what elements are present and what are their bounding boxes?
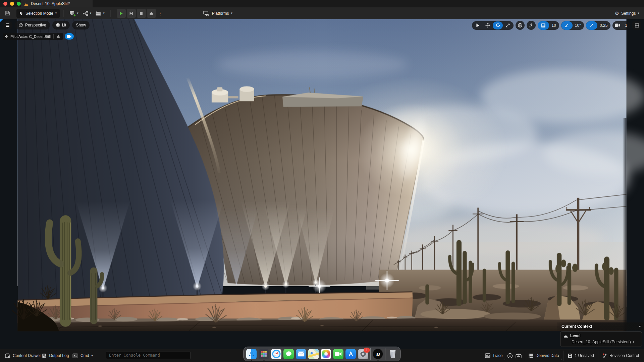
perspective-cube-icon <box>18 23 23 27</box>
world-local-toggle[interactable] <box>516 21 525 30</box>
revision-control-button[interactable]: Revision Control <box>599 349 642 362</box>
eject-pilot-icon[interactable] <box>56 35 60 38</box>
grid-snap-icon <box>538 21 549 30</box>
output-log-label: Output Log <box>49 353 69 358</box>
dock-finder-icon[interactable] <box>246 349 257 359</box>
minimize-window-button[interactable] <box>10 2 14 6</box>
show-flags-dropdown[interactable]: Show <box>72 21 90 29</box>
level-viewport[interactable]: Perspective Lit Show ✈ Pilot Actor: C_De… <box>0 19 644 349</box>
view-mode-dropdown[interactable]: Lit <box>52 21 70 29</box>
console-command-input[interactable] <box>106 352 191 359</box>
dock-photos-icon[interactable] <box>321 349 331 359</box>
add-actor-dropdown[interactable]: ▾ <box>67 9 80 18</box>
current-context-header[interactable]: Current Context ▾ <box>557 322 644 330</box>
level-tab[interactable]: Desert_10_AppleStill* <box>21 0 93 7</box>
close-window-button[interactable] <box>3 2 7 6</box>
dock-maps-icon[interactable] <box>308 349 319 359</box>
selection-mode-label: Selection Mode <box>25 11 53 16</box>
dock-unreal-engine-icon[interactable]: u <box>373 349 383 359</box>
select-tool-button[interactable] <box>473 21 483 29</box>
move-tool-button[interactable] <box>483 21 493 29</box>
chevron-down-icon: ▾ <box>638 12 639 15</box>
blueprints-dropdown[interactable]: ▾ <box>80 9 94 18</box>
derived-data-label: Derived Data <box>536 353 559 358</box>
camera-icon <box>67 35 71 38</box>
chevron-down-icon: ▾ <box>633 341 635 344</box>
revision-control-label: Revision Control <box>609 353 639 358</box>
quad-view-icon <box>635 23 639 28</box>
play-controls: ⋮ <box>117 9 164 18</box>
play-icon <box>119 11 123 16</box>
corner-grip-icon <box>503 358 505 360</box>
revision-control-icon <box>602 353 607 358</box>
surface-snapping-button[interactable] <box>527 21 536 30</box>
snapshot-camera-icon <box>516 353 522 358</box>
dock-launchpad-icon[interactable] <box>259 349 269 359</box>
photos-pinwheel-icon <box>322 350 330 358</box>
trace-snapshot-button[interactable] <box>514 349 523 362</box>
dock-safari-icon[interactable] <box>271 349 281 359</box>
unsaved-button[interactable]: 1 Unsaved <box>565 349 597 362</box>
current-context-label: Current Context <box>561 324 592 329</box>
airplane-icon: ✈ <box>5 34 8 39</box>
pilot-actor-bar: ✈ Pilot Actor: C_DesertStill <box>3 33 74 40</box>
play-button[interactable] <box>117 9 126 18</box>
stop-button[interactable] <box>137 9 146 18</box>
scale-tool-button[interactable] <box>503 21 513 29</box>
unreal-editor-window: Desert_10_AppleStill* Selection Mode ▾ ▾… <box>0 0 644 362</box>
trace-button[interactable]: Trace <box>482 349 505 362</box>
terminal-icon <box>72 353 78 358</box>
selection-mode-dropdown[interactable]: Selection Mode ▾ <box>16 9 60 18</box>
content-drawer-button[interactable]: Content Drawer <box>2 349 44 362</box>
zoom-window-button[interactable] <box>17 2 21 6</box>
insights-button[interactable] <box>506 349 514 362</box>
launchpad-grid-icon <box>260 350 268 358</box>
unreal-logo-icon: u <box>373 349 383 359</box>
grid-snap-value: 10 <box>549 23 559 28</box>
dock-mail-icon[interactable] <box>296 349 306 359</box>
save-button[interactable] <box>3 9 12 18</box>
output-log-button[interactable]: Output Log <box>39 349 71 362</box>
unsaved-save-icon <box>568 353 573 358</box>
dock-divider <box>385 348 385 360</box>
dock-system-settings-icon[interactable]: 1 <box>358 349 368 359</box>
hamburger-icon <box>6 23 9 27</box>
cinematics-dropdown[interactable]: ▾ <box>93 9 107 18</box>
dock-appstore-icon[interactable] <box>345 349 356 359</box>
surface-snap-icon <box>529 23 534 28</box>
viewport-scene <box>0 19 644 349</box>
rotate-tool-button[interactable] <box>493 21 503 29</box>
safari-compass-icon <box>272 350 281 358</box>
rotation-snap-control[interactable]: 10° <box>561 21 584 30</box>
rotate-icon <box>495 23 500 28</box>
chevron-down-icon: ▾ <box>103 12 105 15</box>
finder-face-icon <box>248 350 255 358</box>
scale-snap-control[interactable]: 0.25 <box>586 21 610 30</box>
cmd-dropdown[interactable]: Cmd ▾ <box>70 349 96 362</box>
play-options-menu[interactable]: ⋮ <box>157 11 164 16</box>
perspective-dropdown[interactable]: Perspective <box>15 21 50 29</box>
viewport-options-menu[interactable] <box>3 21 12 29</box>
viewport-layout-button[interactable] <box>632 21 641 30</box>
main-toolbar: Selection Mode ▾ ▾ ▾ ▾ ⋮ Platforms ▾ <box>0 7 644 19</box>
settings-dropdown[interactable]: ⚙ Settings ▾ <box>615 7 639 19</box>
pilot-actor-pill[interactable]: ✈ Pilot Actor: C_DesertStill <box>3 33 63 40</box>
platforms-dropdown[interactable]: Platforms ▾ <box>201 9 235 18</box>
eject-button[interactable] <box>147 9 156 18</box>
dock-trash-icon[interactable] <box>387 349 398 359</box>
statusbar-divider <box>563 351 564 361</box>
trash-basket-icon <box>389 350 397 358</box>
cmd-label: Cmd <box>80 353 89 358</box>
derived-data-button[interactable]: Derived Data <box>525 349 562 362</box>
select-cursor-icon <box>476 23 480 28</box>
dock-facetime-icon[interactable] <box>333 349 343 359</box>
skip-frame-button[interactable] <box>127 9 136 18</box>
level-value-dropdown[interactable]: Desert_10_AppleStill (Persistent) ▾ <box>572 340 639 344</box>
level-label: Level <box>570 334 581 338</box>
grid-snap-control[interactable]: 10 <box>538 21 559 30</box>
trace-label: Trace <box>492 353 502 358</box>
pilot-camera-toggle[interactable] <box>65 33 74 40</box>
camera-speed-control[interactable]: 1 <box>612 21 630 30</box>
dock-messages-icon[interactable] <box>283 349 294 359</box>
lit-sphere-icon <box>56 23 60 27</box>
